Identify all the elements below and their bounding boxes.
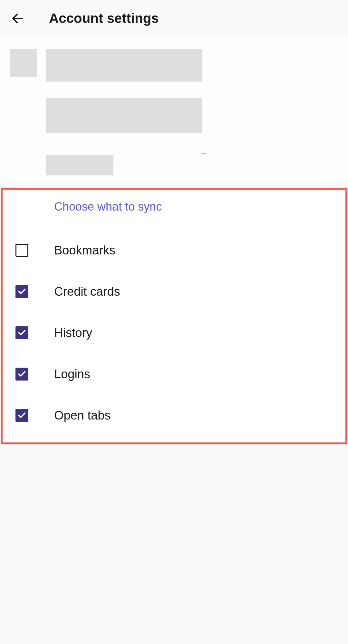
- sync-item-label: Bookmarks: [54, 243, 115, 257]
- checkbox-icon[interactable]: [15, 285, 28, 298]
- page-title: Account settings: [49, 11, 159, 26]
- sync-item-history[interactable]: History: [15, 312, 333, 353]
- checkbox-icon[interactable]: [15, 368, 28, 381]
- back-arrow-icon[interactable]: [10, 10, 26, 26]
- header: Account settings: [0, 0, 348, 37]
- sync-section: Choose what to sync Bookmarks Credit car…: [1, 188, 347, 444]
- sync-item-credit-cards[interactable]: Credit cards: [15, 271, 333, 312]
- text-placeholder: [46, 49, 202, 82]
- checkbox-icon[interactable]: [15, 409, 28, 422]
- sync-item-open-tabs[interactable]: Open tabs: [15, 395, 333, 436]
- avatar-placeholder: [10, 49, 37, 77]
- sync-item-label: Logins: [54, 367, 90, 381]
- sync-item-logins[interactable]: Logins: [15, 353, 333, 395]
- sync-section-title: Choose what to sync: [54, 200, 333, 213]
- checkbox-icon[interactable]: [15, 244, 28, 257]
- checkbox-icon[interactable]: [15, 326, 28, 339]
- text-placeholder: [46, 155, 113, 175]
- account-info-skeleton: [0, 37, 348, 182]
- sync-item-label: History: [54, 326, 92, 340]
- text-placeholder: [46, 98, 202, 133]
- divider-dash: [201, 153, 206, 154]
- sync-item-label: Open tabs: [54, 409, 111, 422]
- sync-item-bookmarks[interactable]: Bookmarks: [15, 230, 333, 271]
- sync-item-label: Credit cards: [54, 285, 120, 299]
